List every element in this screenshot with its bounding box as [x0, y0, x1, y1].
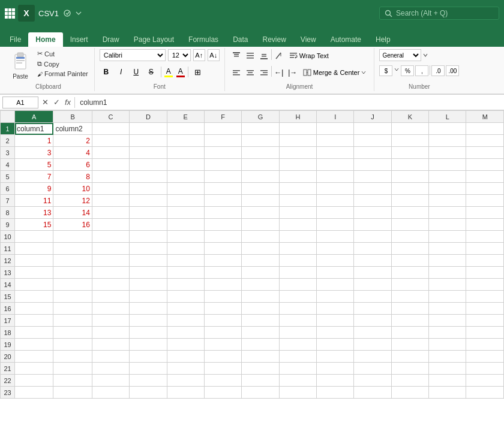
- cell[interactable]: [466, 327, 504, 339]
- cell[interactable]: [317, 123, 354, 135]
- tab-home[interactable]: Home: [28, 32, 62, 47]
- cell[interactable]: [317, 171, 354, 183]
- cell[interactable]: [53, 363, 92, 375]
- cell[interactable]: [167, 207, 204, 219]
- cell[interactable]: [466, 387, 504, 399]
- tab-formulas[interactable]: Formulas: [181, 32, 226, 47]
- cell[interactable]: [391, 279, 428, 291]
- align-left-button[interactable]: [230, 66, 243, 79]
- cell[interactable]: [130, 135, 167, 147]
- align-top-button[interactable]: [230, 49, 243, 62]
- cell[interactable]: [167, 183, 204, 195]
- align-right-button[interactable]: [257, 66, 271, 79]
- merge-center-button[interactable]: Merge & Center: [300, 66, 370, 79]
- cell[interactable]: 4: [53, 147, 92, 159]
- underline-button[interactable]: U: [130, 65, 143, 79]
- cell[interactable]: [53, 303, 92, 315]
- cell[interactable]: [130, 339, 167, 351]
- cell[interactable]: [466, 231, 504, 243]
- cell[interactable]: [466, 135, 504, 147]
- cell[interactable]: [204, 219, 241, 231]
- cell[interactable]: [204, 267, 241, 279]
- cell[interactable]: [167, 171, 204, 183]
- apps-grid-icon[interactable]: [5, 8, 14, 18]
- cell[interactable]: [429, 123, 466, 135]
- cell[interactable]: [92, 231, 129, 243]
- insert-function-button[interactable]: fx: [64, 98, 72, 107]
- cell[interactable]: [317, 231, 354, 243]
- cell[interactable]: [317, 387, 354, 399]
- cell[interactable]: [317, 303, 354, 315]
- cell[interactable]: [204, 279, 241, 291]
- cell[interactable]: [130, 387, 167, 399]
- cell[interactable]: [354, 135, 391, 147]
- cell[interactable]: [279, 195, 316, 207]
- cell[interactable]: [317, 183, 354, 195]
- cell[interactable]: [279, 135, 316, 147]
- cell[interactable]: [354, 255, 391, 267]
- cell[interactable]: [429, 135, 466, 147]
- cell[interactable]: [204, 171, 241, 183]
- cell[interactable]: [466, 171, 504, 183]
- decrease-font-size-button[interactable]: A↓: [208, 49, 220, 61]
- cell[interactable]: [391, 147, 428, 159]
- col-header-B[interactable]: B: [53, 111, 92, 123]
- cell[interactable]: [466, 243, 504, 255]
- cell[interactable]: [429, 267, 466, 279]
- tab-page-layout[interactable]: Page Layout: [127, 32, 181, 47]
- cell[interactable]: [130, 363, 167, 375]
- col-header-C[interactable]: C: [92, 111, 129, 123]
- cell[interactable]: [279, 207, 316, 219]
- cell[interactable]: [279, 303, 316, 315]
- cell[interactable]: [15, 279, 53, 291]
- cell[interactable]: [242, 267, 279, 279]
- tab-draw[interactable]: Draw: [95, 32, 127, 47]
- cell[interactable]: [391, 267, 428, 279]
- cell[interactable]: [466, 123, 504, 135]
- cell[interactable]: [391, 123, 428, 135]
- cell[interactable]: [279, 279, 316, 291]
- cell[interactable]: [242, 171, 279, 183]
- cell[interactable]: [317, 159, 354, 171]
- cell[interactable]: [92, 195, 129, 207]
- cell[interactable]: [354, 171, 391, 183]
- cell[interactable]: [466, 219, 504, 231]
- cell[interactable]: [53, 351, 92, 363]
- cell[interactable]: [391, 375, 428, 387]
- cell[interactable]: [53, 339, 92, 351]
- cell[interactable]: [242, 219, 279, 231]
- cell[interactable]: [53, 375, 92, 387]
- cell[interactable]: [466, 147, 504, 159]
- cell[interactable]: [391, 231, 428, 243]
- cell[interactable]: [429, 231, 466, 243]
- cell[interactable]: [92, 315, 129, 327]
- cell[interactable]: [53, 267, 92, 279]
- cell[interactable]: [279, 171, 316, 183]
- cell[interactable]: [167, 279, 204, 291]
- cell[interactable]: [167, 219, 204, 231]
- cell[interactable]: column2: [53, 123, 92, 135]
- cell[interactable]: [354, 147, 391, 159]
- cell[interactable]: [429, 375, 466, 387]
- cell[interactable]: [354, 375, 391, 387]
- cell[interactable]: [242, 339, 279, 351]
- cell[interactable]: 16: [53, 219, 92, 231]
- cell[interactable]: [466, 183, 504, 195]
- col-header-M[interactable]: M: [466, 111, 504, 123]
- cell[interactable]: [130, 279, 167, 291]
- cell[interactable]: [354, 243, 391, 255]
- cell[interactable]: [53, 327, 92, 339]
- cell[interactable]: [391, 303, 428, 315]
- tab-view[interactable]: View: [293, 32, 323, 47]
- tab-file[interactable]: File: [2, 32, 28, 47]
- cell[interactable]: 13: [15, 207, 53, 219]
- format-painter-button[interactable]: Format Painter: [36, 70, 89, 78]
- cell[interactable]: [354, 219, 391, 231]
- tab-insert[interactable]: Insert: [63, 32, 95, 47]
- cell[interactable]: [466, 291, 504, 303]
- cell[interactable]: [279, 147, 316, 159]
- currency-button[interactable]: $: [379, 65, 392, 76]
- strikethrough-button[interactable]: S: [145, 65, 158, 79]
- cell[interactable]: [317, 291, 354, 303]
- cell[interactable]: [429, 219, 466, 231]
